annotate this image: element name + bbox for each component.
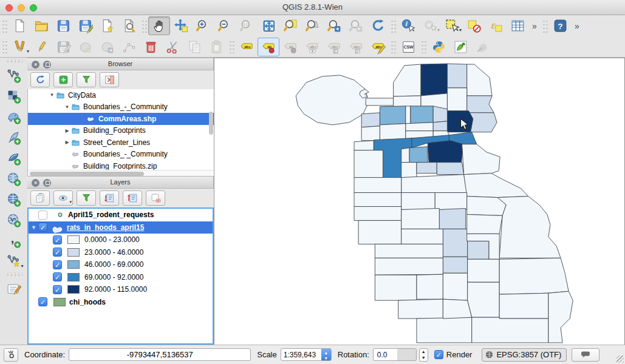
zoom-full-button[interactable] xyxy=(258,16,279,35)
save-as-button[interactable] xyxy=(74,16,96,35)
scale-combo[interactable]: 1:359,643 ▲▼ xyxy=(281,348,332,361)
zoom-selection-button[interactable] xyxy=(279,16,301,35)
new-shapefile-button[interactable]: ▾ xyxy=(3,251,25,271)
edit-save-button[interactable] xyxy=(52,38,74,56)
dropdown-arrow-icon[interactable]: ▾ xyxy=(69,200,72,204)
resize-grip[interactable] xyxy=(616,356,624,363)
pan-selection-button[interactable] xyxy=(170,16,192,35)
browser-item[interactable]: Boundaries_-_Community xyxy=(28,149,214,161)
legend-class-item[interactable]: ✓46.0000 - 69.0000 xyxy=(29,258,213,271)
layer-checkbox[interactable]: ✓ xyxy=(53,260,62,269)
dropdown-arrow-icon[interactable]: ▾ xyxy=(437,27,440,33)
coordinate-input[interactable] xyxy=(69,348,251,361)
csw-button[interactable]: CSW xyxy=(397,38,419,56)
add-wfs-button[interactable] xyxy=(3,209,25,230)
label-pin-button[interactable]: ab xyxy=(258,38,279,56)
render-checkbox[interactable]: ✓ xyxy=(434,350,443,359)
edits-current-button[interactable]: ▾ xyxy=(9,38,30,56)
label-abc-button[interactable]: abc xyxy=(236,38,258,56)
refresh-button[interactable] xyxy=(367,16,389,35)
identify-button[interactable]: i xyxy=(397,16,419,35)
messages-button[interactable] xyxy=(572,348,599,362)
toolbar-handle[interactable] xyxy=(5,272,22,277)
add-vector-button[interactable] xyxy=(3,65,25,86)
tree-expander-icon[interactable]: ▶ xyxy=(64,140,70,145)
collapse-all-button[interactable] xyxy=(123,190,142,206)
layer-item[interactable]: ✓chi_hoods xyxy=(29,296,213,309)
add-mssql-button[interactable] xyxy=(3,147,25,168)
feature-action-button[interactable]: ▾ xyxy=(419,16,441,35)
plugin-gray-button[interactable] xyxy=(471,38,493,56)
toolbar-handle[interactable] xyxy=(5,59,22,64)
cut-button[interactable] xyxy=(162,38,183,56)
attr-table-button[interactable] xyxy=(507,16,528,35)
toolbar-overflow-icon[interactable]: » xyxy=(528,21,541,31)
layers-tree[interactable]: April15_rodent_requests▼✓rats_in_hoods_a… xyxy=(27,207,214,345)
zoom-next-button[interactable] xyxy=(345,16,367,35)
toolbar-handle[interactable] xyxy=(228,39,234,55)
browser-item[interactable]: CommAreas.shp xyxy=(28,113,214,125)
label-rotate-button[interactable]: abc xyxy=(345,38,367,56)
edit-toggle-button[interactable] xyxy=(30,38,52,56)
layer-checkbox[interactable]: ✓ xyxy=(53,235,62,244)
label-show-button[interactable]: abc xyxy=(301,38,323,56)
python-button[interactable] xyxy=(428,38,449,56)
coordinate-capture-button[interactable] xyxy=(4,348,18,362)
browser-tree[interactable]: ▼CityData▼Boundaries_-_CommunityCommArea… xyxy=(27,89,214,176)
zoom-layer-button[interactable] xyxy=(301,16,323,35)
paste-button[interactable] xyxy=(205,38,227,56)
layer-checkbox[interactable]: ✓ xyxy=(53,285,62,294)
rotation-spinbox[interactable]: 0.0 xyxy=(373,348,417,361)
layer-checkbox[interactable]: ✓ xyxy=(53,248,62,257)
dropdown-arrow-icon[interactable]: ▾ xyxy=(27,49,29,54)
select-expression-button[interactable]: ε xyxy=(485,16,507,35)
tree-expander-icon[interactable]: ▼ xyxy=(31,224,38,231)
filter-legend-button[interactable] xyxy=(77,190,96,206)
layer-visibility-button[interactable]: ▾ xyxy=(53,190,73,206)
layer-checkbox[interactable] xyxy=(38,211,47,220)
add-delimited-button[interactable]: , xyxy=(3,230,25,251)
label-edit-button[interactable]: abc xyxy=(367,38,389,56)
pan-hand-button[interactable] xyxy=(148,16,170,35)
label-move-button[interactable]: abc xyxy=(323,38,345,56)
copy-button[interactable] xyxy=(183,38,205,56)
zoom-actual-button[interactable]: 1:1 xyxy=(236,16,258,35)
dropdown-arrow-icon[interactable]: ▾ xyxy=(21,263,23,269)
legend-class-item[interactable]: ✓69.0000 - 92.0000 xyxy=(29,271,213,284)
label-pin2-button[interactable]: ab xyxy=(279,38,301,56)
toolbar-overflow-icon[interactable]: » xyxy=(571,21,583,31)
scale-dropdown-icon[interactable]: ▲▼ xyxy=(321,349,331,360)
add-wms-button[interactable] xyxy=(3,168,25,189)
composer-manager-button[interactable] xyxy=(118,16,140,35)
toolbar-handle[interactable] xyxy=(390,18,396,34)
file-new-button[interactable] xyxy=(9,16,30,35)
panel-props-button[interactable] xyxy=(100,72,119,87)
delete-selected-button[interactable] xyxy=(140,38,162,56)
layer-checkbox[interactable]: ✓ xyxy=(38,223,47,232)
tree-expander-icon[interactable]: ▼ xyxy=(49,92,55,98)
toolbar-handle[interactable] xyxy=(1,39,7,55)
expand-all-button[interactable] xyxy=(100,190,119,206)
add-spatialite-button[interactable] xyxy=(3,127,25,147)
deselect-button[interactable] xyxy=(463,16,485,35)
browser-item[interactable]: ▶Street_Center_Lines xyxy=(28,136,214,149)
move-feature-button[interactable] xyxy=(96,38,118,56)
toolbar-handle[interactable] xyxy=(420,39,426,55)
legend-class-item[interactable]: ✓23.0000 - 46.0000 xyxy=(29,246,213,259)
add-wcs-button[interactable] xyxy=(3,189,25,209)
toolbar-handle[interactable] xyxy=(390,39,396,55)
panel-filter-button[interactable] xyxy=(77,72,96,87)
layer-checkbox[interactable]: ✓ xyxy=(38,297,47,306)
map-canvas[interactable] xyxy=(214,58,625,345)
browser-item[interactable]: ▶Building_Footprints xyxy=(28,125,214,137)
plugin-green-button[interactable] xyxy=(449,38,471,56)
panel-refresh-button[interactable] xyxy=(30,72,50,87)
folder-open-button[interactable] xyxy=(30,16,52,35)
legend-class-item[interactable]: ✓92.0000 - 115.0000 xyxy=(29,283,213,296)
save-button[interactable] xyxy=(52,16,74,35)
tree-expander-icon[interactable]: ▶ xyxy=(64,128,70,133)
remove-layer-button[interactable] xyxy=(146,190,165,206)
new-composer-button[interactable] xyxy=(96,16,118,35)
browser-item[interactable]: ▼CityData xyxy=(28,89,214,101)
add-group-button[interactable] xyxy=(30,190,50,206)
